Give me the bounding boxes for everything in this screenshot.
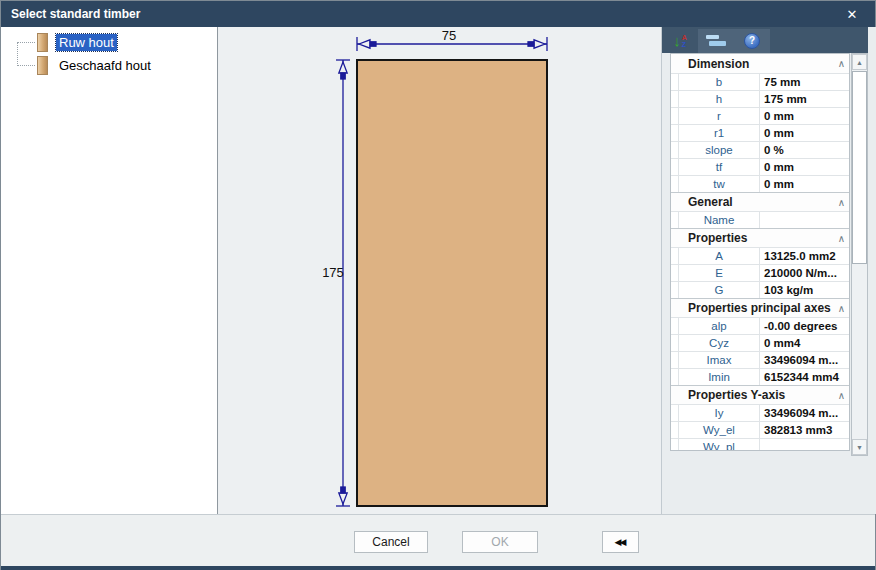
collapse-chevron-icon[interactable]: ∧ xyxy=(838,197,849,208)
property-label: Iy xyxy=(679,405,760,421)
row-gutter xyxy=(671,125,679,141)
row-gutter xyxy=(671,282,679,298)
property-value[interactable]: 0 mm xyxy=(760,176,849,192)
property-value[interactable]: -0.00 degrees xyxy=(760,318,849,334)
scrollbar-thumb[interactable] xyxy=(852,71,867,264)
row-gutter xyxy=(671,91,679,107)
property-value[interactable]: 6152344 mm4 xyxy=(760,369,849,385)
property-row-iy: Iy33496094 m... xyxy=(671,404,849,421)
tree-item-ruw-hout[interactable]: Ruw hout xyxy=(1,31,217,54)
property-label: b xyxy=(679,74,760,90)
collapse-chevron-icon[interactable]: ∧ xyxy=(838,303,849,314)
collapse-chevron-icon[interactable]: ∧ xyxy=(838,390,849,401)
tree-branch-line xyxy=(17,65,35,66)
properties-table: Dimension∧b75 mmh175 mmr0 mmr10 mmslope0… xyxy=(670,53,850,451)
property-row-imax: Imax33496094 m... xyxy=(671,351,849,368)
tree-item-geschaafd-hout[interactable]: Geschaafd hout xyxy=(1,54,217,77)
categorized-view-button[interactable] xyxy=(698,29,734,53)
row-gutter xyxy=(671,352,679,368)
timber-rect xyxy=(357,60,547,506)
tree-item-label: Ruw hout xyxy=(56,34,117,51)
ok-button[interactable]: OK xyxy=(462,531,538,553)
cross-section-drawing: 75 175 xyxy=(219,27,661,514)
property-value[interactable]: 0 % xyxy=(760,142,849,158)
cross-section-preview: 75 175 xyxy=(219,27,661,514)
cancel-button[interactable]: Cancel xyxy=(354,531,428,553)
row-gutter xyxy=(671,159,679,175)
property-value[interactable]: 75 mm xyxy=(760,74,849,90)
row-gutter xyxy=(671,212,679,228)
property-row-alp: alp-0.00 degrees xyxy=(671,317,849,334)
properties-toolbar: ↓ A Z ? xyxy=(662,27,868,53)
row-gutter xyxy=(671,318,679,334)
property-row-a: A13125.0 mm2 xyxy=(671,247,849,264)
property-row-tw: tw0 mm xyxy=(671,175,849,192)
scroll-down-button[interactable]: ▼ xyxy=(852,439,867,455)
property-value[interactable]: 33496094 m... xyxy=(760,405,849,421)
sort-az-icon: ↓ A Z xyxy=(673,33,687,49)
row-gutter xyxy=(671,74,679,90)
property-value[interactable]: 103 kg/m xyxy=(760,282,849,298)
section-title: Properties xyxy=(671,231,838,245)
property-row-h: h175 mm xyxy=(671,90,849,107)
property-label: tw xyxy=(679,176,760,192)
properties-scrollbar[interactable]: ▲ ▼ xyxy=(851,53,868,456)
help-button[interactable]: ? xyxy=(734,29,770,53)
property-label: slope xyxy=(679,142,760,158)
property-value[interactable]: 0 mm4 xyxy=(760,335,849,351)
categorized-view-icon xyxy=(706,35,726,46)
bottom-accent-bar xyxy=(1,566,875,570)
property-row-b: b75 mm xyxy=(671,73,849,90)
property-value[interactable]: 33496094 m... xyxy=(760,352,849,368)
sort-az-button[interactable]: ↓ A Z xyxy=(662,29,698,53)
section-title: Dimension xyxy=(671,57,838,71)
property-label: Imin xyxy=(679,369,760,385)
property-label: A xyxy=(679,248,760,264)
section-header-properties-y-axis[interactable]: Properties Y-axis∧ xyxy=(671,385,849,404)
section-header-general[interactable]: General∧ xyxy=(671,192,849,211)
property-value[interactable]: 13125.0 mm2 xyxy=(760,248,849,264)
property-label: Name xyxy=(679,212,760,228)
property-label: alp xyxy=(679,318,760,334)
row-gutter xyxy=(671,108,679,124)
row-gutter xyxy=(671,265,679,281)
property-row-name: Name xyxy=(671,211,849,228)
row-gutter xyxy=(671,422,679,438)
property-label: Wy_pl xyxy=(679,439,760,451)
collapse-chevron-icon[interactable]: ∧ xyxy=(838,233,849,244)
property-value[interactable]: 382813 mm3 xyxy=(760,422,849,438)
timber-type-tree: Ruw houtGeschaafd hout xyxy=(1,27,217,77)
scroll-up-button[interactable]: ▲ xyxy=(852,54,867,70)
properties-panel: ↓ A Z ? Dimension∧b75 mmh175 mmr0 mmr10 … xyxy=(661,27,876,514)
property-label: r1 xyxy=(679,125,760,141)
timber-type-list-panel: Ruw houtGeschaafd hout xyxy=(1,27,218,514)
section-header-properties[interactable]: Properties∧ xyxy=(671,228,849,247)
close-icon[interactable]: ✕ xyxy=(839,1,865,27)
property-value[interactable] xyxy=(760,439,849,451)
property-label: G xyxy=(679,282,760,298)
dialog-title: Select standard timber xyxy=(1,7,140,21)
property-value[interactable]: 0 mm xyxy=(760,159,849,175)
property-row-imin: Imin6152344 mm4 xyxy=(671,368,849,385)
property-row-r: r0 mm xyxy=(671,107,849,124)
property-value[interactable]: 210000 N/m... xyxy=(760,265,849,281)
section-header-dimension[interactable]: Dimension∧ xyxy=(671,54,849,73)
property-label: Cyz xyxy=(679,335,760,351)
property-row-r1: r10 mm xyxy=(671,124,849,141)
property-row-wy_pl: Wy_pl xyxy=(671,438,849,451)
section-header-properties-principal-axes[interactable]: Properties principal axes∧ xyxy=(671,298,849,317)
collapse-chevron-icon[interactable]: ∧ xyxy=(838,58,849,69)
property-value[interactable]: 0 mm xyxy=(760,125,849,141)
property-value[interactable]: 0 mm xyxy=(760,108,849,124)
row-gutter xyxy=(671,335,679,351)
row-gutter xyxy=(671,248,679,264)
collapse-dialog-button[interactable]: ◀◀ xyxy=(602,531,639,553)
timber-icon xyxy=(37,56,48,75)
property-label: Wy_el xyxy=(679,422,760,438)
property-value[interactable]: 175 mm xyxy=(760,91,849,107)
row-gutter xyxy=(671,439,679,451)
property-row-g: G103 kg/m xyxy=(671,281,849,298)
tree-item-label: Geschaafd hout xyxy=(56,57,154,74)
tree-branch-line xyxy=(17,42,35,43)
property-value[interactable] xyxy=(760,212,849,228)
